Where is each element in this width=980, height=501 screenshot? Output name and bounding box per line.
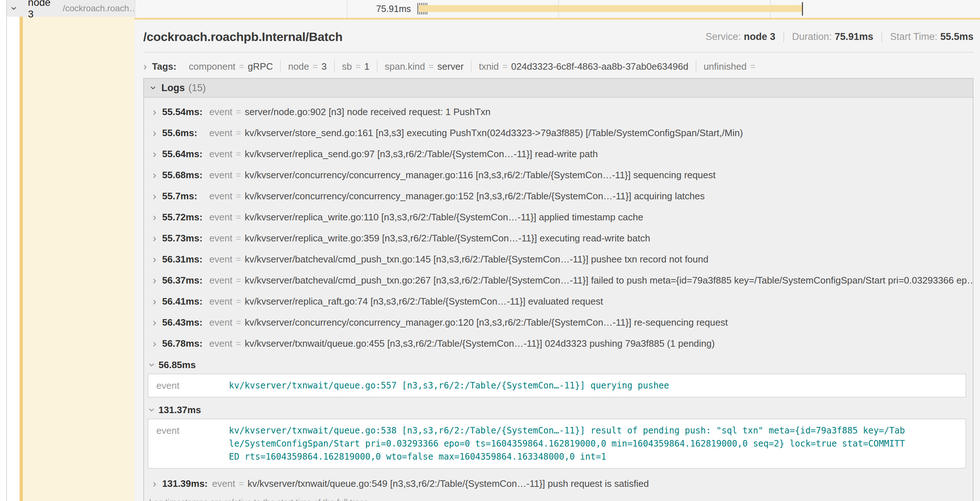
logs-accordion-toggle[interactable]: Logs (15) xyxy=(144,79,973,98)
log-detail-card: event kv/kvserver/txnwait/queue.go:538 [… xyxy=(148,419,966,469)
tag-item: node = 3 xyxy=(281,60,334,73)
tags-accordion-toggle[interactable]: Tags: component = gRPC node = 3 sb = 1 s… xyxy=(143,56,974,77)
chevron-down-icon xyxy=(152,82,156,93)
log-row[interactable]: 56.37ms: event = kv/kvserver/batcheval/c… xyxy=(144,270,973,291)
log-field-value: kv/kvserver/batcheval/cmd_push_txn.go:26… xyxy=(245,275,973,286)
log-timestamp: 56.31ms: xyxy=(162,254,205,265)
tags-label: Tags: xyxy=(152,61,176,72)
equals-sign: = xyxy=(750,61,755,72)
span-color-accent xyxy=(19,1,23,501)
log-field-value: kv/kvserver/batcheval/cmd_push_txn.go:14… xyxy=(245,254,973,265)
log-row[interactable]: 55.54ms: event = server/node.go:902 [n3]… xyxy=(144,101,973,122)
log-field-value: kv/kvserver/txnwait/queue.go:455 [n3,s3,… xyxy=(245,338,973,349)
log-timestamp: 131.37ms xyxy=(159,404,201,416)
equals-sign: = xyxy=(429,61,434,72)
span-title: /cockroach.roachpb.Internal/Batch xyxy=(143,30,342,44)
log-row[interactable]: 56.41ms: event = kv/kvserver/replica_raf… xyxy=(144,291,973,312)
log-timestamp: 56.37ms: xyxy=(162,275,205,286)
log-entry-expanded: 56.85ms event kv/kvserver/txnwait/queue.… xyxy=(144,357,973,397)
log-row[interactable]: 56.78ms: event = kv/kvserver/txnwait/que… xyxy=(144,333,973,354)
chevron-right-icon xyxy=(153,317,156,328)
span-operation-name: /cockroach.roach… xyxy=(63,3,135,13)
span-duration-bar[interactable] xyxy=(418,5,803,12)
span-timeline-row[interactable]: 75.91ms xyxy=(135,0,980,18)
log-timestamp: 56.41ms: xyxy=(162,296,205,307)
log-row[interactable]: 55.68ms: event = kv/kvserver/concurrency… xyxy=(144,164,973,185)
tag-item: sb = 1 xyxy=(335,60,377,73)
log-field-key: event xyxy=(209,169,232,181)
tag-item: txnid = 024d3323-6c8f-4863-aa8b-37ab0e63… xyxy=(471,60,696,73)
log-row[interactable]: 56.43ms: event = kv/kvserver/concurrency… xyxy=(144,312,973,333)
equals-sign: = xyxy=(236,338,241,348)
log-row-toggle[interactable]: 131.37ms xyxy=(144,402,973,418)
equals-sign: = xyxy=(502,61,508,72)
chevron-down-icon[interactable] xyxy=(13,3,16,14)
log-field-value: kv/kvserver/txnwait/queue.go:549 [n3,s3,… xyxy=(247,478,973,489)
span-duration-label: 75.91ms xyxy=(135,0,415,18)
log-field-value: kv/kvserver/replica_send.go:97 [n3,s3,r6… xyxy=(245,148,973,160)
chevron-right-icon xyxy=(153,212,156,223)
log-field-value: kv/kvserver/concurrency/concurrency_mana… xyxy=(245,191,973,202)
log-field-value: kv/kvserver/replica_write.go:359 [n3,s3,… xyxy=(245,233,973,244)
log-field-value: kv/kvserver/replica_write.go:110 [n3,s3,… xyxy=(245,212,973,223)
span-row-name[interactable]: node 3 /cockroach.roach… xyxy=(7,0,135,17)
chevron-right-icon xyxy=(153,148,156,160)
log-entry-expanded: 131.37ms event kv/kvserver/txnwait/queue… xyxy=(144,402,973,469)
log-timestamp: 55.64ms: xyxy=(162,148,205,160)
duration-label: Duration: xyxy=(792,31,832,42)
log-field-value: kv/kvserver/store_send.go:161 [n3,s3] ex… xyxy=(245,128,973,139)
equals-sign: = xyxy=(236,233,241,243)
span-meta: Service:node 3 Duration:75.91ms Start Ti… xyxy=(705,31,974,43)
log-row[interactable]: 55.64ms: event = kv/kvserver/replica_sen… xyxy=(144,144,973,164)
tag-item: component = gRPC xyxy=(181,60,281,73)
chevron-down-icon xyxy=(151,359,154,370)
log-field-key: event xyxy=(212,478,235,489)
log-field-key: event xyxy=(209,254,232,265)
start-time-value: 55.5ms xyxy=(940,31,974,42)
log-field-key: event xyxy=(209,148,232,160)
chevron-right-icon xyxy=(153,169,156,180)
chevron-right-icon xyxy=(143,61,147,72)
log-row[interactable]: 56.31ms: event = kv/kvserver/batcheval/c… xyxy=(144,249,973,270)
log-rows: 55.54ms: event = server/node.go:902 [n3]… xyxy=(144,98,973,494)
equals-sign: = xyxy=(236,212,241,222)
log-field-key: event xyxy=(209,106,232,118)
log-field-key: event xyxy=(209,296,232,307)
log-field-key: event xyxy=(148,379,229,392)
logs-footnote: Log timestamps are relative to the start… xyxy=(144,494,973,501)
trace-view: node 3 /cockroach.roach… 75.91ms /cockro… xyxy=(0,0,980,501)
log-row[interactable]: 55.6ms: event = kv/kvserver/store_send.g… xyxy=(144,122,973,144)
chevron-down-icon xyxy=(151,404,154,415)
log-field-key: event xyxy=(148,424,229,437)
log-row[interactable]: 55.7ms: event = kv/kvserver/concurrency/… xyxy=(144,185,973,207)
log-field-key: event xyxy=(209,212,232,223)
log-row[interactable]: 55.72ms: event = kv/kvserver/replica_wri… xyxy=(144,207,973,228)
equals-sign: = xyxy=(313,61,318,72)
equals-sign: = xyxy=(239,479,244,489)
log-field-key: event xyxy=(209,317,232,328)
log-row[interactable]: 55.73ms: event = kv/kvserver/replica_wri… xyxy=(144,228,973,249)
chevron-right-icon xyxy=(153,128,156,138)
chevron-right-icon xyxy=(153,275,156,286)
header-divider xyxy=(143,52,974,53)
equals-sign: = xyxy=(236,149,241,159)
equals-sign: = xyxy=(239,61,244,72)
log-timestamp: 55.68ms: xyxy=(162,169,205,181)
equals-sign: = xyxy=(236,191,241,201)
log-timestamp: 131.39ms: xyxy=(162,478,208,489)
log-timestamp: 55.54ms: xyxy=(162,106,205,118)
log-row[interactable]: 131.39ms: event = kv/kvserver/txnwait/qu… xyxy=(144,473,973,494)
chevron-right-icon xyxy=(153,478,156,489)
tag-item: unfinished = xyxy=(696,60,766,73)
log-tick-end xyxy=(802,2,803,16)
log-row-toggle[interactable]: 56.85ms xyxy=(144,357,973,373)
chevron-right-icon xyxy=(153,106,156,117)
chevron-right-icon xyxy=(153,233,156,244)
logs-label: Logs xyxy=(161,82,185,94)
log-timestamp: 56.78ms: xyxy=(162,338,205,349)
service-label: Service: xyxy=(705,31,741,42)
log-field-value: kv/kvserver/replica_raft.go:74 [n3,s3,r6… xyxy=(245,296,973,307)
logs-accordion: Logs (15) 55.54ms: event = server/node.g… xyxy=(143,78,974,501)
log-timestamp: 55.6ms: xyxy=(162,128,205,139)
service-value: node 3 xyxy=(744,31,775,42)
